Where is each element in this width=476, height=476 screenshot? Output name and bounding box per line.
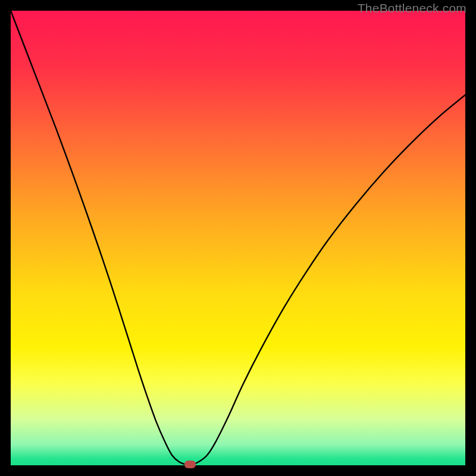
chart-frame <box>11 11 465 465</box>
optimal-point-marker <box>184 461 196 468</box>
watermark-text: TheBottleneck.com <box>358 1 466 15</box>
gradient-background <box>11 11 465 465</box>
bottleneck-chart <box>11 11 465 465</box>
